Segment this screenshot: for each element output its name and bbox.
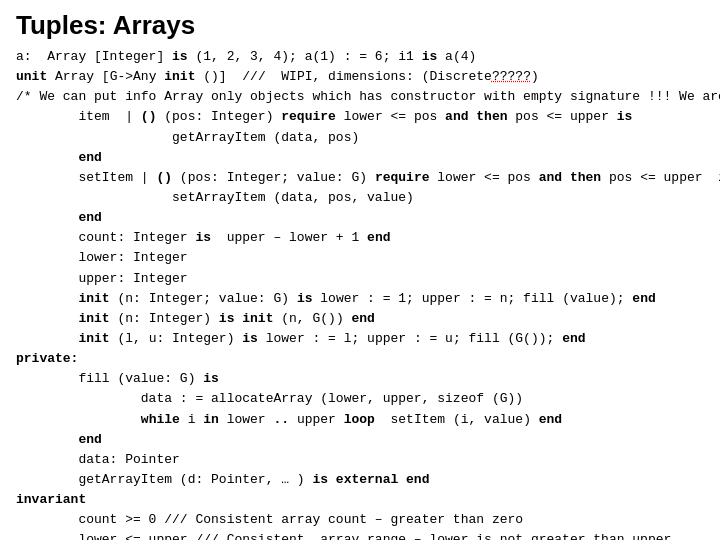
- code-line: getArrayItem (data, pos): [16, 128, 704, 148]
- page-title: Tuples: Arrays: [16, 10, 704, 41]
- code-line: getArrayItem (d: Pointer, … ) is externa…: [16, 470, 704, 490]
- code-line: /* We can put info Array only objects wh…: [16, 87, 704, 107]
- code-line: data : = allocateArray (lower, upper, si…: [16, 389, 704, 409]
- code-line: upper: Integer: [16, 269, 704, 289]
- code-line: fill (value: G) is: [16, 369, 704, 389]
- code-line: private:: [16, 349, 704, 369]
- code-line: lower <= upper /// Consistent array rang…: [16, 530, 704, 540]
- code-line: init (l, u: Integer) is lower : = l; upp…: [16, 329, 704, 349]
- code-line: a: Array [Integer] is (1, 2, 3, 4); a(1)…: [16, 47, 704, 67]
- code-line: init (n: Integer; value: G) is lower : =…: [16, 289, 704, 309]
- code-line: count >= 0 /// Consistent array count – …: [16, 510, 704, 530]
- code-line: end: [16, 208, 704, 228]
- code-line: unit Array [G->Any init ()] /// WIPI, di…: [16, 67, 704, 87]
- code-line: data: Pointer: [16, 450, 704, 470]
- code-line: while i in lower .. upper loop setItem (…: [16, 410, 704, 430]
- code-line: count: Integer is upper – lower + 1 end: [16, 228, 704, 248]
- code-line: end: [16, 430, 704, 450]
- code-line: setArrayItem (data, pos, value): [16, 188, 704, 208]
- code-line: init (n: Integer) is init (n, G()) end: [16, 309, 704, 329]
- code-line: end: [16, 148, 704, 168]
- code-line: invariant: [16, 490, 704, 510]
- code-line: lower: Integer: [16, 248, 704, 268]
- code-block: a: Array [Integer] is (1, 2, 3, 4); a(1)…: [16, 47, 704, 540]
- code-line: item | () (pos: Integer) require lower <…: [16, 107, 704, 127]
- code-line: setItem | () (pos: Integer; value: G) re…: [16, 168, 704, 188]
